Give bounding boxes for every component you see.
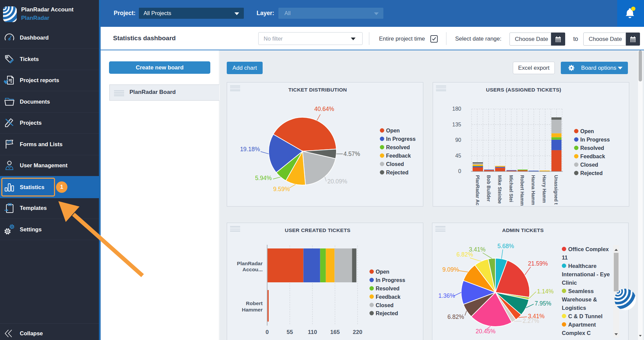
svg-text:Rejected: Rejected [386, 170, 409, 175]
svg-text:Open: Open [386, 128, 400, 133]
svg-text:Accou...: Accou... [243, 267, 263, 272]
svg-text:Feedback: Feedback [376, 294, 400, 300]
svg-text:90: 90 [455, 137, 461, 143]
svg-text:Open: Open [580, 128, 594, 134]
svg-text:Unassigned t: Unassigned t [553, 175, 559, 205]
svg-text:45: 45 [455, 153, 461, 159]
svg-text:Rejected: Rejected [376, 310, 398, 316]
svg-text:220: 220 [353, 329, 362, 335]
svg-text:PlanRadar: PlanRadar [237, 261, 263, 266]
svg-text:2.27%: 2.27% [523, 318, 539, 324]
svg-text:Closed: Closed [580, 162, 598, 168]
svg-text:Robert Hamm: Robert Hamm [520, 175, 525, 206]
svg-text:Feedback: Feedback [386, 153, 411, 159]
svg-text:165: 165 [330, 329, 340, 335]
svg-text:Bob Builder: Bob Builder [486, 175, 491, 202]
svg-text:135: 135 [452, 122, 461, 127]
svg-text:0: 0 [266, 329, 269, 335]
svg-text:7.95%: 7.95% [535, 300, 551, 307]
svg-text:6.82%: 6.82% [447, 314, 464, 320]
svg-text:Closed: Closed [376, 302, 393, 308]
svg-text:19.18%: 19.18% [240, 146, 260, 153]
svg-text:4.57%: 4.57% [343, 151, 360, 157]
svg-text:9.09%: 9.09% [442, 266, 459, 273]
svg-text:20.09%: 20.09% [327, 178, 347, 185]
svg-text:Feedback: Feedback [580, 154, 605, 159]
svg-text:1.36%: 1.36% [438, 292, 455, 299]
svg-text:Hanna Hamm: Hanna Hamm [531, 175, 536, 205]
svg-text:55: 55 [287, 329, 293, 335]
svg-text:20.45%: 20.45% [476, 328, 495, 335]
svg-text:Closed: Closed [386, 161, 404, 167]
svg-text:110: 110 [308, 329, 317, 335]
svg-text:Robert: Robert [246, 300, 263, 306]
svg-text:Michael Stei: Michael Stei [508, 175, 514, 202]
svg-text:Mike Steinbe: Mike Steinbe [497, 175, 502, 204]
svg-text:5.94%: 5.94% [255, 175, 272, 181]
svg-text:Resolved: Resolved [386, 145, 410, 150]
svg-text:Hammer: Hammer [242, 307, 263, 313]
svg-text:Open: Open [376, 269, 389, 275]
svg-text:9.59%: 9.59% [273, 186, 290, 192]
svg-text:Harry Hamm: Harry Hamm [542, 175, 547, 203]
svg-text:In Progress: In Progress [580, 137, 610, 143]
svg-text:In Progress: In Progress [376, 277, 405, 283]
svg-text:PlanRadar Ac: PlanRadar Ac [475, 175, 480, 206]
svg-text:5.68%: 5.68% [497, 243, 514, 249]
svg-text:0: 0 [458, 168, 461, 174]
svg-text:40.64%: 40.64% [314, 106, 334, 112]
svg-text:3.41%: 3.41% [469, 246, 486, 253]
svg-text:Rejected: Rejected [580, 170, 603, 176]
svg-text:In Progress: In Progress [386, 136, 416, 142]
svg-text:Resolved: Resolved [376, 286, 399, 291]
svg-text:Resolved: Resolved [580, 145, 604, 151]
svg-text:1.14%: 1.14% [537, 288, 554, 295]
svg-text:21.59%: 21.59% [528, 260, 548, 267]
svg-text:180: 180 [452, 106, 461, 112]
